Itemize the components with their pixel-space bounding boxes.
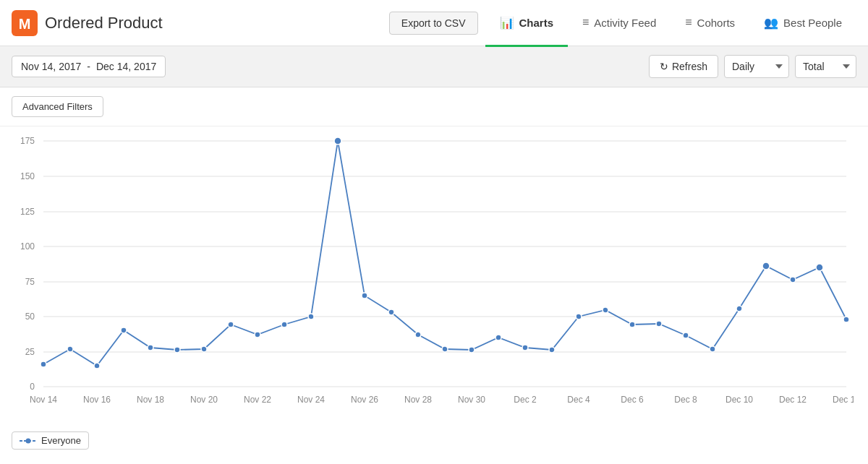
granularity-select[interactable]: Daily Weekly Monthly [724, 55, 789, 78]
date-separator: - [87, 61, 90, 72]
toolbar-right: ↻ Refresh Daily Weekly Monthly Total Uni… [649, 55, 856, 78]
svg-point-56 [629, 322, 635, 327]
svg-point-45 [334, 137, 341, 145]
chart-wrap: .grid-line { stroke: #e0e0e0; stroke-wid… [7, 134, 856, 418]
advanced-filters-button[interactable]: Advanced Filters [12, 96, 103, 117]
chart-container: .grid-line { stroke: #e0e0e0; stroke-wid… [0, 126, 868, 426]
svg-point-43 [281, 322, 287, 327]
tab-activity-feed-label: Activity Feed [594, 17, 656, 29]
svg-point-41 [228, 322, 234, 327]
tab-charts[interactable]: 📊 Charts [485, 1, 569, 47]
tab-best-people[interactable]: 👥 Best People [749, 1, 856, 47]
date-start: Nov 14, 2017 [21, 61, 81, 72]
svg-text:100: 100 [20, 241, 35, 252]
svg-text:Nov 18: Nov 18 [137, 395, 164, 405]
date-range-picker[interactable]: Nov 14, 2017 - Dec 14, 2017 [12, 56, 166, 77]
svg-point-66 [26, 438, 31, 443]
legend-label: Everyone [41, 435, 81, 446]
filters-bar: Advanced Filters [0, 87, 868, 126]
svg-text:75: 75 [25, 277, 35, 287]
svg-point-35 [67, 346, 73, 352]
metric-select[interactable]: Total Unique [795, 55, 856, 78]
svg-text:Dec 12: Dec 12 [779, 395, 807, 405]
charts-icon: 📊 [500, 16, 514, 30]
best-people-icon: 👥 [764, 16, 778, 30]
svg-point-52 [522, 345, 528, 351]
tab-activity-feed[interactable]: ≡ Activity Feed [568, 1, 671, 47]
svg-text:Dec 6: Dec 6 [621, 395, 644, 405]
svg-point-53 [549, 347, 555, 353]
svg-point-46 [362, 293, 367, 298]
svg-text:M: M [19, 16, 31, 32]
tab-cohorts[interactable]: ≡ Cohorts [671, 1, 749, 47]
svg-point-51 [495, 335, 501, 340]
svg-text:Dec 8: Dec 8 [674, 395, 697, 405]
main-nav: 📊 Charts ≡ Activity Feed ≡ Cohorts 👥 Bes… [485, 0, 857, 46]
svg-point-63 [816, 264, 823, 271]
svg-text:0: 0 [30, 382, 35, 392]
svg-text:Nov 26: Nov 26 [351, 395, 378, 405]
refresh-button[interactable]: ↻ Refresh [649, 55, 718, 78]
svg-point-54 [576, 314, 582, 319]
svg-text:Nov 30: Nov 30 [458, 395, 485, 405]
svg-point-40 [201, 346, 207, 352]
svg-point-57 [656, 321, 662, 327]
activity-feed-icon: ≡ [582, 16, 589, 29]
svg-text:Dec 2: Dec 2 [514, 395, 537, 405]
svg-point-34 [41, 361, 46, 367]
svg-point-39 [174, 347, 180, 353]
svg-point-64 [843, 317, 849, 322]
legend-everyone: Everyone [12, 431, 89, 450]
svg-text:Nov 14: Nov 14 [30, 395, 57, 405]
svg-point-38 [148, 345, 153, 351]
svg-text:Nov 24: Nov 24 [297, 395, 325, 405]
svg-text:Nov 20: Nov 20 [190, 395, 218, 405]
tab-charts-label: Charts [519, 17, 554, 29]
svg-point-49 [442, 346, 448, 352]
toolbar: Nov 14, 2017 - Dec 14, 2017 ↻ Refresh Da… [0, 46, 868, 87]
svg-point-58 [683, 332, 689, 338]
svg-point-62 [790, 277, 796, 283]
svg-point-59 [710, 346, 715, 352]
export-csv-button[interactable]: Export to CSV [389, 12, 478, 35]
logo-area: M Ordered Product [12, 10, 389, 36]
chart-legend: Everyone [0, 426, 868, 458]
page-title: Ordered Product [45, 14, 163, 33]
legend-line-icon [20, 437, 37, 444]
app-header: M Ordered Product Export to CSV 📊 Charts… [0, 0, 868, 46]
svg-point-61 [762, 262, 770, 270]
svg-text:150: 150 [20, 171, 35, 181]
svg-text:Nov 22: Nov 22 [244, 395, 271, 405]
header-center: Export to CSV [389, 12, 485, 35]
tab-best-people-label: Best People [783, 17, 842, 29]
svg-text:Dec 10: Dec 10 [726, 395, 753, 405]
svg-text:Nov 16: Nov 16 [83, 395, 111, 405]
date-end: Dec 14, 2017 [96, 61, 156, 72]
svg-text:125: 125 [20, 207, 35, 217]
svg-point-60 [736, 306, 742, 312]
tab-cohorts-label: Cohorts [697, 17, 736, 29]
svg-point-36 [94, 363, 100, 369]
refresh-label: Refresh [672, 61, 707, 72]
svg-text:Dec 4: Dec 4 [567, 395, 590, 405]
svg-text:Dec 14: Dec 14 [833, 395, 854, 405]
svg-text:50: 50 [25, 312, 35, 322]
refresh-icon: ↻ [660, 61, 668, 72]
line-chart: .grid-line { stroke: #e0e0e0; stroke-wid… [7, 134, 854, 416]
svg-point-55 [603, 307, 608, 313]
svg-text:25: 25 [25, 347, 35, 357]
app-logo-icon: M [12, 10, 38, 36]
svg-point-44 [308, 314, 314, 319]
svg-point-50 [469, 347, 475, 353]
cohorts-icon: ≡ [685, 16, 692, 29]
svg-text:175: 175 [20, 136, 35, 146]
svg-point-47 [388, 309, 394, 315]
svg-point-42 [255, 332, 260, 338]
svg-point-48 [415, 332, 421, 338]
svg-point-37 [121, 327, 127, 333]
svg-text:Nov 28: Nov 28 [404, 395, 432, 405]
